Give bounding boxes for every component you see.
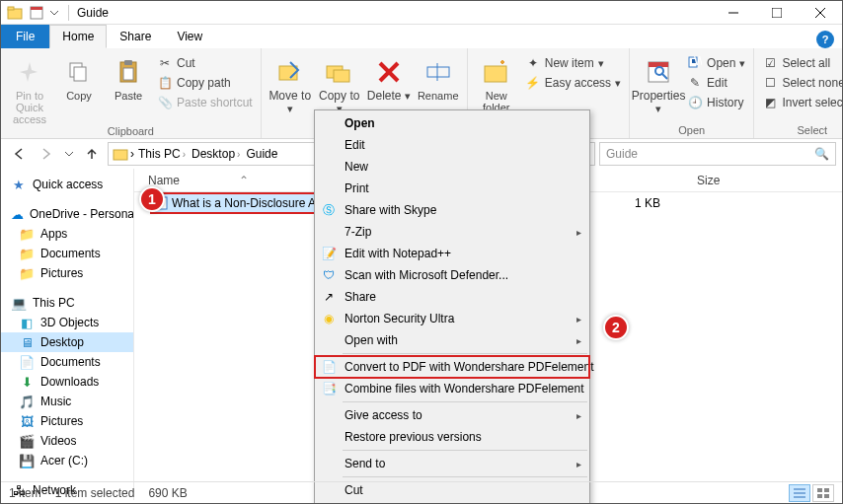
minimize-button[interactable]	[712, 1, 755, 25]
svg-rect-5	[772, 8, 782, 18]
ctx-combine-pdf[interactable]: 📑Combine files with Wondershare PDFeleme…	[315, 378, 589, 399]
cut-button[interactable]: ✂Cut	[155, 54, 255, 72]
ctx-open-with[interactable]: Open with▸	[315, 329, 589, 351]
invert-selection-button[interactable]: ◩Invert selection	[760, 94, 843, 111]
ctx-new[interactable]: New	[315, 156, 589, 178]
edit-button[interactable]: ✎Edit	[685, 74, 747, 92]
sidebar-videos[interactable]: 🎬Videos	[1, 431, 133, 451]
svg-rect-35	[817, 494, 822, 498]
copy-to-button[interactable]: Copy to ▾	[317, 54, 362, 114]
copy-to-icon	[324, 56, 355, 88]
sidebar-documents2[interactable]: 📄Documents	[1, 352, 133, 372]
delete-button[interactable]: Delete ▾	[366, 54, 412, 103]
select-all-button[interactable]: ☑Select all	[760, 54, 843, 72]
rename-button[interactable]: Rename	[416, 54, 461, 102]
up-button[interactable]	[80, 142, 104, 166]
ctx-print[interactable]: Print	[315, 178, 589, 199]
cloud-icon: ☁	[11, 206, 24, 222]
sidebar-desktop[interactable]: 🖥Desktop	[1, 332, 133, 352]
sidebar-downloads[interactable]: ⬇Downloads	[1, 372, 133, 392]
callout-2: 2	[603, 315, 629, 340]
copy-path-button[interactable]: 📋Copy path	[155, 74, 255, 92]
sidebar-this-pc[interactable]: 💻This PC	[1, 293, 133, 313]
qat-dropdown-icon[interactable]	[48, 3, 60, 23]
folder-icon: 📁	[19, 265, 35, 281]
ctx-open[interactable]: Open	[315, 112, 589, 134]
title-bar: Guide	[1, 1, 842, 25]
ctx-defender[interactable]: 🛡Scan with Microsoft Defender...	[315, 264, 589, 286]
sidebar-pictures2[interactable]: 🖼Pictures	[1, 411, 133, 431]
ctx-send-to[interactable]: Send to▸	[315, 453, 589, 474]
crumb-guide[interactable]: Guide	[244, 147, 279, 161]
chevron-right-icon: ▸	[576, 227, 581, 238]
sidebar-pictures[interactable]: 📁Pictures	[1, 263, 133, 283]
star-icon: ★	[11, 177, 27, 192]
window-title: Guide	[73, 6, 109, 20]
recent-button[interactable]	[62, 142, 76, 166]
new-item-icon: ✦	[525, 55, 541, 71]
tab-share[interactable]: Share	[107, 25, 164, 48]
select-none-button[interactable]: ☐Select none	[760, 74, 843, 92]
tab-file[interactable]: File	[1, 25, 49, 48]
chevron-right-icon[interactable]: ›	[130, 147, 134, 161]
open-button[interactable]: WOpen ▾	[685, 54, 747, 72]
paste-shortcut-button[interactable]: 📎Paste shortcut	[155, 94, 255, 111]
chevron-right-icon: ▸	[576, 459, 581, 469]
new-item-button[interactable]: ✦New item ▾	[523, 54, 623, 72]
ctx-skype[interactable]: ⓈShare with Skype	[315, 199, 589, 221]
edit-icon: ✎	[687, 75, 703, 91]
new-folder-button[interactable]: New folder	[474, 54, 519, 113]
pin-quick-access-button[interactable]: Pin to Quick access	[7, 54, 52, 125]
sidebar-3d-objects[interactable]: ◧3D Objects	[1, 313, 133, 332]
ctx-notepadpp[interactable]: 📝Edit with Notepad++	[315, 243, 589, 264]
history-button[interactable]: 🕘History	[685, 94, 747, 111]
qat-properties-icon[interactable]	[27, 3, 46, 23]
shield-icon: 🛡	[321, 267, 337, 283]
forward-button[interactable]	[35, 142, 58, 166]
crumb-this-pc[interactable]: This PC›	[136, 147, 188, 161]
svg-rect-15	[334, 70, 349, 82]
search-input[interactable]: Guide 🔍	[599, 142, 836, 166]
svg-rect-36	[824, 494, 829, 498]
paste-button[interactable]: Paste	[106, 54, 151, 102]
ctx-give-access[interactable]: Give access to▸	[315, 404, 589, 426]
view-large-icons-button[interactable]	[812, 484, 834, 502]
col-name[interactable]: Name	[148, 174, 180, 187]
ctx-norton[interactable]: ◉Norton Security Ultra▸	[315, 308, 589, 329]
svg-rect-1	[8, 7, 14, 10]
chevron-right-icon: ▸	[576, 410, 581, 421]
easy-access-button[interactable]: ⚡Easy access ▾	[523, 74, 623, 92]
tab-view[interactable]: View	[164, 25, 215, 48]
move-to-button[interactable]: Move to ▾	[268, 54, 313, 114]
sidebar-acer[interactable]: 💾Acer (C:)	[1, 451, 133, 470]
ctx-edit[interactable]: Edit	[315, 134, 589, 156]
ctx-restore[interactable]: Restore previous versions	[315, 426, 589, 448]
maximize-button[interactable]	[755, 1, 799, 25]
sidebar-music[interactable]: 🎵Music	[1, 392, 133, 411]
copy-button[interactable]: Copy	[56, 54, 102, 102]
ctx-convert-pdf[interactable]: 📄Convert to PDF with Wondershare PDFelem…	[315, 356, 589, 378]
back-button[interactable]	[7, 142, 31, 166]
help-icon[interactable]: ?	[816, 31, 834, 48]
view-details-button[interactable]	[789, 484, 810, 502]
delete-icon	[373, 56, 405, 88]
copy-icon	[63, 56, 95, 88]
close-button[interactable]	[799, 1, 842, 25]
sidebar-quick-access[interactable]: ★Quick access	[1, 175, 133, 194]
3d-icon: ◧	[19, 315, 35, 330]
sidebar-apps[interactable]: 📁Apps	[1, 224, 133, 244]
properties-button[interactable]: Properties ▾	[636, 54, 681, 114]
downloads-icon: ⬇	[19, 374, 35, 390]
crumb-desktop[interactable]: Desktop›	[190, 147, 242, 161]
share-icon: ↗	[321, 289, 337, 305]
easy-access-icon: ⚡	[525, 75, 541, 91]
sidebar-documents[interactable]: 📁Documents	[1, 244, 133, 263]
sidebar-onedrive[interactable]: ☁OneDrive - Personal	[1, 204, 133, 224]
ctx-7zip[interactable]: 7-Zip▸	[315, 221, 589, 243]
tab-home[interactable]: Home	[49, 25, 107, 48]
status-bar: 1 item 1 item selected 690 KB	[1, 481, 842, 503]
invert-icon: ◩	[762, 95, 778, 110]
ctx-share[interactable]: ↗Share	[315, 286, 589, 308]
file-size: 1 KB	[609, 196, 668, 210]
col-size[interactable]: Size	[689, 174, 748, 187]
